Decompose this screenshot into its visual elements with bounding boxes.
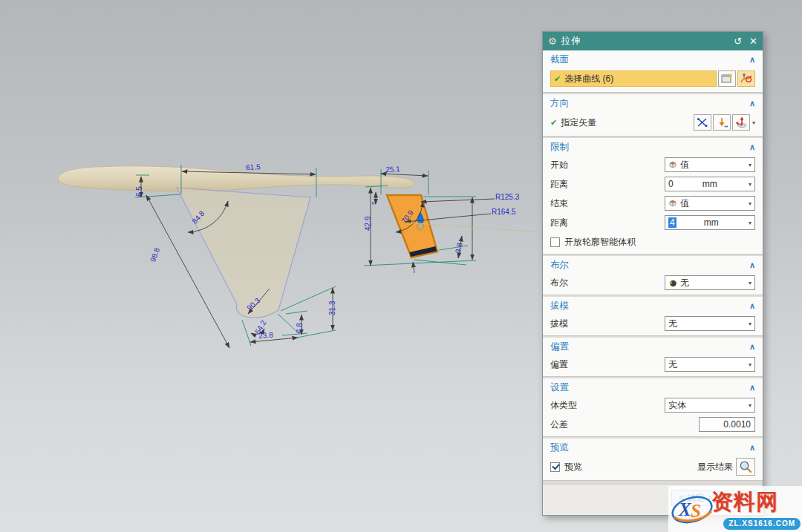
watermark-site-name: 资料网: [711, 487, 778, 517]
tolerance-label: 公差: [550, 418, 699, 431]
dialog-titlebar[interactable]: ⚙ 拉伸 ↺ ✕: [543, 32, 763, 50]
section-header: 截面: [550, 53, 749, 66]
cube-icon: [668, 199, 677, 208]
watermark: X S 资料网 ZL.XS1616.COM: [668, 486, 802, 532]
offset-dropdown[interactable]: 无 ▾: [665, 357, 755, 372]
boolean-header: 布尔: [550, 259, 749, 272]
start-distance-label: 距离: [550, 178, 665, 191]
collapse-chevron[interactable]: ∧: [749, 142, 755, 152]
end-distance-field[interactable]: 4 mm ▾: [665, 215, 755, 230]
curve-icon: [740, 73, 753, 85]
cad-viewport: 61.5 6.5 98.8 84.8 90.3 54.2 23.8 6.8 31…: [0, 0, 802, 532]
limits-header: 限制: [550, 141, 749, 154]
preview-header: 预览: [550, 441, 749, 454]
dim-fuselage-length: 61.5: [246, 163, 261, 171]
collapse-chevron[interactable]: ∧: [749, 55, 755, 65]
collapse-chevron[interactable]: ∧: [749, 99, 755, 108]
end-distance-value: 4: [668, 217, 677, 228]
extrude-dialog: ⚙ 拉伸 ↺ ✕ 截面 ∧ ✔ 选择曲线 (6): [542, 31, 763, 516]
collapse-chevron[interactable]: ∧: [749, 342, 755, 352]
end-mode-dropdown[interactable]: 值 ▾: [665, 196, 755, 211]
collapse-chevron[interactable]: ∧: [749, 383, 755, 393]
draft-value: 无: [668, 318, 677, 330]
dim-trailing-height: 31.3: [329, 301, 336, 315]
boolean-group: 布尔 ∧ 布尔 无 ▾: [543, 256, 763, 295]
end-unit: mm: [704, 217, 719, 228]
caret-icon: ▾: [746, 402, 752, 409]
check-icon: ✔: [554, 74, 561, 84]
boolean-label: 布尔: [550, 277, 665, 289]
arrow-down-icon: [716, 117, 728, 128]
section-dialog-icon: [721, 73, 733, 84]
section-dialog-button[interactable]: [718, 70, 736, 87]
vector-axis-icon: [734, 116, 748, 128]
reset-button[interactable]: ↺: [734, 36, 742, 47]
preview-label: 预览: [564, 461, 697, 473]
cube-icon: [668, 160, 677, 169]
gear-icon: ⚙: [548, 36, 557, 47]
settings-group: 设置 ∧ 体类型 实体 ▾ 公差 0.0010: [543, 378, 763, 437]
start-distance-field[interactable]: 0 mm ▾: [665, 177, 755, 191]
wing-surface[interactable]: [177, 188, 310, 318]
watermark-logo-s: S: [691, 501, 701, 521]
select-curve-label: 选择曲线 (6): [564, 73, 613, 85]
watermark-logo: X S: [670, 492, 714, 528]
fuselage-body[interactable]: [58, 166, 414, 191]
check-icon: ✔: [550, 118, 557, 128]
caret-icon: ▾: [746, 280, 752, 286]
start-unit: mm: [702, 179, 717, 189]
offset-group: 偏置 ∧ 偏置 无 ▾: [543, 338, 763, 377]
caret-icon: ▾: [746, 200, 752, 207]
watermark-url: ZL.XS1616.COM: [723, 518, 801, 530]
body-type-value: 实体: [668, 399, 686, 412]
tolerance-input[interactable]: 0.0010: [699, 417, 755, 432]
open-profile-checkbox[interactable]: [550, 237, 560, 247]
caret-icon: ▾: [746, 220, 752, 226]
dim-radius-1: R125.3: [495, 194, 519, 201]
vector-dialog-button[interactable]: [732, 114, 750, 131]
draft-header: 拔模: [550, 300, 749, 312]
two-point-vector-button[interactable]: [694, 114, 711, 131]
caret-icon: ▾: [746, 321, 752, 327]
collapse-chevron[interactable]: ∧: [749, 443, 755, 453]
select-curve-field[interactable]: ✔ 选择曲线 (6): [550, 70, 717, 87]
dim-tip-thickness: 6.8: [296, 323, 304, 333]
body-type-dropdown[interactable]: 实体 ▾: [665, 398, 755, 413]
start-distance-value: 0: [668, 179, 674, 189]
preview-checkbox[interactable]: [550, 462, 560, 472]
section-group: 截面 ∧ ✔ 选择曲线 (6): [543, 50, 763, 93]
draft-group: 拔模 ∧ 拔模 无 ▾: [543, 297, 763, 336]
start-label: 开始: [550, 159, 665, 171]
dialog-title: 拉伸: [561, 35, 727, 47]
start-mode-dropdown[interactable]: 值 ▾: [665, 157, 755, 172]
inferred-vector-button[interactable]: [713, 114, 731, 131]
direction-header: 方向: [550, 97, 749, 110]
caret-icon: ▾: [746, 162, 752, 168]
show-result-label: 显示结果: [697, 461, 733, 473]
end-mode-value: 值: [680, 197, 689, 210]
dim-root-offset: 6.5: [136, 186, 143, 197]
dim-tip-chord: 23.8: [258, 332, 273, 340]
specify-vector-label: 指定矢量: [561, 116, 692, 129]
draft-label: 拔模: [550, 318, 665, 330]
close-button[interactable]: ✕: [749, 36, 757, 47]
draft-dropdown[interactable]: 无 ▾: [665, 316, 755, 331]
curve-rule-button[interactable]: [737, 70, 755, 87]
boolean-dropdown[interactable]: 无 ▾: [665, 275, 755, 290]
open-profile-label: 开放轮廓智能体积: [564, 236, 755, 249]
offset-header: 偏置: [550, 341, 749, 353]
dim-fin-height: 42.9: [365, 217, 372, 231]
collapse-chevron[interactable]: ∧: [749, 301, 755, 311]
show-result-button[interactable]: [736, 458, 755, 476]
vector-options-caret[interactable]: ▾: [750, 119, 755, 126]
start-mode-value: 值: [680, 159, 689, 171]
offset-value: 无: [668, 358, 677, 371]
offset-label: 偏置: [550, 358, 665, 371]
collapse-chevron[interactable]: ∧: [749, 260, 755, 270]
end-label: 结束: [550, 197, 665, 210]
dim-radius-2: R164.5: [492, 208, 515, 216]
boolean-value: 无: [680, 277, 689, 289]
magnifier-icon: [739, 460, 752, 473]
handle-ball[interactable]: [417, 223, 424, 230]
direction-group: 方向 ∧ ✔ 指定矢量: [543, 94, 763, 137]
